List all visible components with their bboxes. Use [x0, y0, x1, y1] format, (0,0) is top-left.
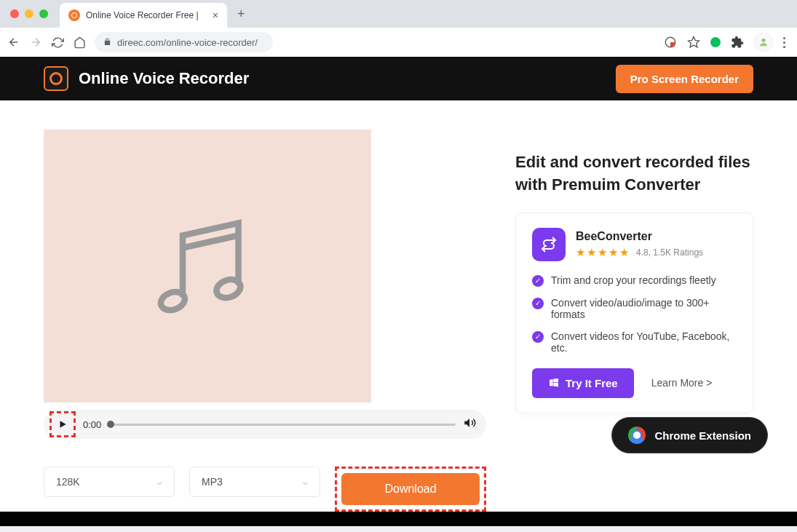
feature-item: ✓ Trim and crop your recordings fleetly — [532, 274, 737, 287]
feature-item: ✓ Convert video/audio/image to 300+ form… — [532, 297, 737, 320]
svg-point-3 — [761, 39, 765, 42]
promo-headline: Edit and convert recorded files with Pre… — [515, 151, 753, 196]
svg-marker-6 — [60, 421, 66, 427]
chevron-down-icon: ⌵ — [157, 477, 162, 487]
promo-card: BeeConverter ★★★★★ 4.8, 1.5K Ratings ✓ T… — [515, 213, 753, 413]
svg-marker-2 — [689, 37, 699, 47]
brand-title: Online Voice Recorder — [79, 69, 249, 88]
chevron-down-icon: ⌵ — [303, 477, 308, 487]
bitrate-select[interactable]: 128K ⌵ — [44, 467, 175, 497]
window-minimize-button[interactable] — [25, 9, 33, 18]
browser-tab[interactable]: Online Voice Recorder Free | × — [60, 3, 227, 28]
extensions-puzzle-icon[interactable] — [731, 36, 744, 49]
svg-point-5 — [214, 276, 243, 301]
feature-item: ✓ Convert videos for YouTube, Facebook, … — [532, 330, 737, 354]
extension-green-icon[interactable] — [710, 37, 721, 47]
left-column: 0:00 128K ⌵ MP3 ⌵ Download — [44, 130, 486, 512]
reload-button[interactable] — [51, 36, 64, 49]
check-icon: ✓ — [532, 331, 544, 343]
address-bar[interactable]: direec.com/online-voice-recorder/ — [95, 32, 273, 52]
svg-rect-1 — [670, 42, 675, 47]
bookmark-star-icon[interactable] — [687, 36, 700, 49]
feature-text: Convert videos for YouTube, Facebook, et… — [551, 330, 737, 354]
window-close-button[interactable] — [10, 9, 19, 18]
extension-icons — [664, 33, 785, 52]
tab-bar: Online Voice Recorder Free | × + — [0, 0, 797, 28]
rating-stars-icon: ★★★★★ — [576, 246, 630, 259]
nav-bar: direec.com/online-voice-recorder/ — [0, 28, 797, 57]
back-button[interactable] — [7, 36, 20, 49]
export-controls: 128K ⌵ MP3 ⌵ Download — [44, 467, 486, 512]
brand[interactable]: Online Voice Recorder — [44, 66, 249, 91]
playback-time: 0:00 — [83, 419, 101, 430]
promo-app-name: BeeConverter — [576, 230, 703, 243]
play-button-highlight — [49, 411, 76, 437]
feature-text: Convert video/audio/image to 300+ format… — [551, 297, 737, 320]
site-header: Online Voice Recorder Pro Screen Recorde… — [0, 57, 797, 100]
beeconverter-app-icon — [532, 228, 566, 261]
page-content: 0:00 128K ⌵ MP3 ⌵ Download Edit and conv… — [0, 100, 797, 526]
browser-menu-button[interactable] — [783, 37, 785, 48]
forward-button[interactable] — [29, 36, 42, 49]
promo-header: BeeConverter ★★★★★ 4.8, 1.5K Ratings — [532, 228, 737, 261]
try-free-label: Try It Free — [566, 377, 618, 389]
browser-chrome: Online Voice Recorder Free | × + direec.… — [0, 0, 797, 57]
brand-logo-icon — [44, 66, 68, 91]
blocker-extension-icon[interactable] — [664, 36, 677, 49]
check-icon: ✓ — [532, 275, 544, 287]
recording-artwork — [44, 130, 371, 402]
pro-recorder-button[interactable]: Pro Screen Recorder — [616, 65, 753, 93]
format-value: MP3 — [202, 476, 223, 488]
home-button[interactable] — [73, 36, 86, 49]
format-select[interactable]: MP3 ⌵ — [189, 467, 320, 497]
url-text: direec.com/online-voice-recorder/ — [117, 37, 258, 48]
chrome-logo-icon — [628, 426, 646, 444]
tab-close-icon[interactable]: × — [213, 9, 218, 21]
audio-player: 0:00 — [44, 410, 486, 439]
footer-bar — [0, 512, 797, 526]
chrome-extension-label: Chrome Extension — [654, 429, 751, 442]
music-note-icon — [146, 205, 269, 328]
svg-point-4 — [158, 288, 187, 313]
bitrate-value: 128K — [56, 476, 80, 488]
check-icon: ✓ — [532, 298, 544, 309]
profile-avatar[interactable] — [754, 33, 773, 52]
new-tab-button[interactable]: + — [237, 7, 245, 22]
download-button[interactable]: Download — [341, 473, 480, 505]
volume-icon[interactable] — [463, 416, 476, 432]
tab-title: Online Voice Recorder Free | — [86, 10, 207, 20]
feature-list: ✓ Trim and crop your recordings fleetly … — [532, 274, 737, 354]
lock-icon — [103, 38, 111, 47]
chrome-extension-button[interactable]: Chrome Extension — [611, 417, 768, 453]
learn-more-link[interactable]: Learn More > — [651, 377, 713, 389]
play-button[interactable] — [53, 415, 72, 434]
promo-actions: Try It Free Learn More > — [532, 368, 737, 398]
tab-favicon-icon — [68, 9, 80, 21]
try-free-button[interactable]: Try It Free — [532, 368, 634, 398]
right-column: Edit and convert recorded files with Pre… — [515, 130, 753, 512]
window-maximize-button[interactable] — [39, 9, 48, 18]
rating-text: 4.8, 1.5K Ratings — [636, 247, 703, 258]
progress-bar[interactable] — [108, 424, 456, 426]
windows-icon — [548, 377, 560, 389]
window-controls — [10, 9, 48, 18]
feature-text: Trim and crop your recordings fleetly — [551, 274, 716, 286]
download-highlight: Download — [335, 467, 486, 512]
